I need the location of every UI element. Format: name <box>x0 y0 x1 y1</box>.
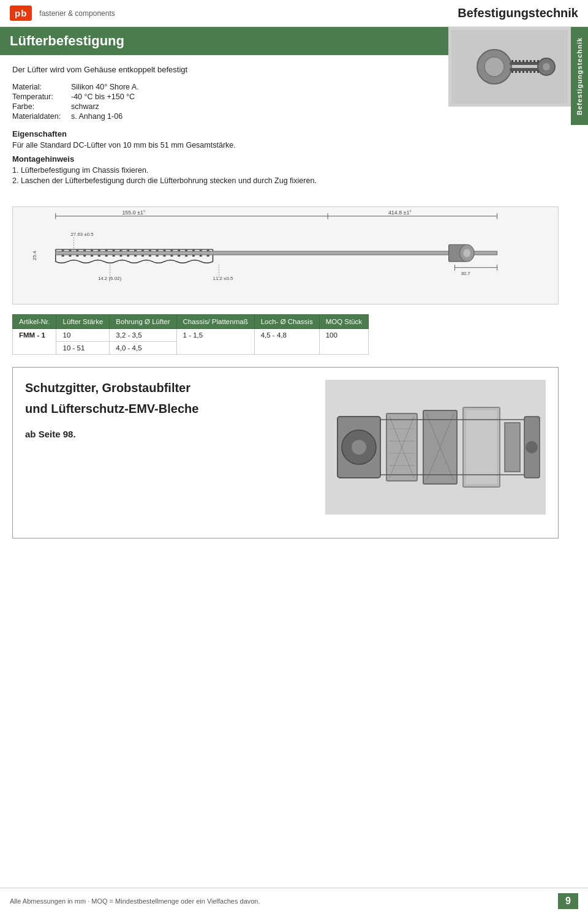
svg-rect-40 <box>127 249 129 251</box>
svg-rect-63 <box>141 255 144 257</box>
svg-rect-31 <box>62 249 64 251</box>
table-container: Artikel-Nr. Lüfter Stärke Bohrung Ø Lüft… <box>12 314 559 355</box>
col-staerke: Lüfter Stärke <box>56 315 110 329</box>
promo-page: ab Seite 98. <box>25 429 313 439</box>
svg-rect-36 <box>98 249 100 251</box>
svg-rect-37 <box>105 249 108 251</box>
svg-point-90 <box>352 440 366 455</box>
article-number: FMM - 1 <box>13 329 56 355</box>
staerke-1: 10 <box>56 329 110 342</box>
svg-rect-47 <box>178 249 180 251</box>
header-title: Befestigungstechnik <box>458 6 578 20</box>
svg-rect-66 <box>164 255 166 257</box>
svg-rect-48 <box>185 249 187 251</box>
svg-rect-60 <box>119 255 122 257</box>
svg-rect-55 <box>83 255 86 257</box>
svg-rect-11 <box>533 60 535 62</box>
svg-rect-10 <box>530 60 532 62</box>
svg-text:155.0 ±1°: 155.0 ±1° <box>122 210 145 216</box>
montage-step-1: 1. Lüfterbefestigung im Chassis fixieren… <box>12 166 559 175</box>
product-table: Artikel-Nr. Lüfter Stärke Bohrung Ø Lüft… <box>12 314 369 355</box>
top-header: pb fastener & components Befestigungstec… <box>0 0 588 27</box>
svg-text:11.2 ±0.5: 11.2 ±0.5 <box>213 276 233 281</box>
svg-rect-51 <box>207 249 209 251</box>
montage-heading: Montagehinweis <box>12 154 559 164</box>
svg-rect-12 <box>537 60 539 62</box>
materialdata-label: Materialdaten: <box>12 112 67 121</box>
svg-rect-35 <box>91 249 93 251</box>
promo-title2: und Lüfterschutz-EMV-Bleche <box>25 401 313 417</box>
svg-rect-33 <box>76 249 78 251</box>
svg-rect-34 <box>83 249 86 251</box>
product-photo-svg <box>451 30 568 104</box>
svg-rect-42 <box>141 249 144 251</box>
svg-point-2 <box>484 57 504 77</box>
svg-rect-102 <box>466 410 497 484</box>
svg-rect-71 <box>200 255 202 257</box>
svg-rect-5 <box>511 60 513 62</box>
temperature-value: -40 °C bis +150 °C <box>71 93 135 101</box>
col-bohrung: Bohrung Ø Lüfter <box>110 315 176 329</box>
eigenschaften-text: Für alle Standard DC-Lüfter von 10 mm bi… <box>12 141 559 149</box>
footer: Alle Abmessungen in mm · MOQ = Mindestbe… <box>0 888 588 914</box>
product-photo <box>448 27 571 107</box>
color-row: Farbe: schwarz <box>12 102 139 111</box>
svg-rect-67 <box>170 255 173 257</box>
bohrung-2: 4,0 - 4,5 <box>110 342 176 355</box>
moq-val: 100 <box>319 329 368 355</box>
product-image <box>448 27 571 107</box>
svg-rect-44 <box>156 249 159 251</box>
svg-rect-52 <box>62 255 64 257</box>
eigenschaften-heading: Eigenschaften <box>12 129 559 138</box>
footer-note: Alle Abmessungen in mm · MOQ = Mindestbe… <box>10 897 260 905</box>
materialdata-row: Materialdaten: s. Anhang 1-06 <box>12 112 139 121</box>
svg-rect-65 <box>156 255 159 257</box>
svg-rect-50 <box>200 249 202 251</box>
svg-rect-64 <box>149 255 151 257</box>
chassis-val: 1 - 1,5 <box>176 329 254 355</box>
svg-rect-9 <box>526 60 528 62</box>
svg-rect-16 <box>522 71 524 73</box>
temperature-label: Temperatur: <box>12 93 67 101</box>
svg-rect-38 <box>113 249 115 251</box>
material-value: Silikon 40° Shore A. <box>71 83 139 91</box>
svg-rect-56 <box>91 255 93 257</box>
material-label: Material: <box>12 83 67 91</box>
svg-rect-19 <box>533 71 535 73</box>
svg-rect-103 <box>505 423 520 472</box>
temperature-row: Temperatur: -40 °C bis +150 °C <box>12 93 139 101</box>
svg-rect-54 <box>76 255 78 257</box>
svg-rect-17 <box>526 71 528 73</box>
col-moq: MOQ Stück <box>319 315 368 329</box>
svg-rect-6 <box>515 60 517 62</box>
property-block-left: Material: Silikon 40° Shore A. Temperatu… <box>12 83 139 121</box>
svg-rect-45 <box>164 249 166 251</box>
drawing-svg: 155.0 ±1° 414.8 ±1° <box>13 207 558 304</box>
svg-point-105 <box>526 441 538 453</box>
svg-rect-41 <box>134 249 137 251</box>
svg-rect-62 <box>134 255 137 257</box>
svg-rect-7 <box>519 60 521 62</box>
loch-val: 4,5 - 4,8 <box>254 329 319 355</box>
svg-point-22 <box>543 63 550 70</box>
material-row: Material: Silikon 40° Shore A. <box>12 83 139 91</box>
technical-drawing: 155.0 ±1° 414.8 ±1° <box>12 206 559 304</box>
svg-rect-59 <box>113 255 115 257</box>
svg-rect-61 <box>127 255 129 257</box>
side-tab: Befestigungstechnik <box>571 27 588 125</box>
svg-text:14.2 (6.02): 14.2 (6.02) <box>98 276 122 281</box>
svg-text:30.7: 30.7 <box>461 271 470 276</box>
materialdata-value: s. Anhang 1-06 <box>71 112 123 121</box>
svg-rect-58 <box>105 255 108 257</box>
svg-rect-72 <box>207 255 209 257</box>
col-article: Artikel-Nr. <box>13 315 56 329</box>
svg-rect-46 <box>170 249 173 251</box>
svg-rect-70 <box>192 255 195 257</box>
montage-step-2: 2. Laschen der Lüfterbefestigung durch d… <box>12 176 559 185</box>
svg-rect-57 <box>98 255 100 257</box>
svg-rect-8 <box>522 60 524 62</box>
color-label: Farbe: <box>12 102 67 111</box>
svg-rect-68 <box>178 255 180 257</box>
staerke-2: 10 - 51 <box>56 342 110 355</box>
promo-title: Schutzgitter, Grobstaubfilter <box>25 380 313 396</box>
